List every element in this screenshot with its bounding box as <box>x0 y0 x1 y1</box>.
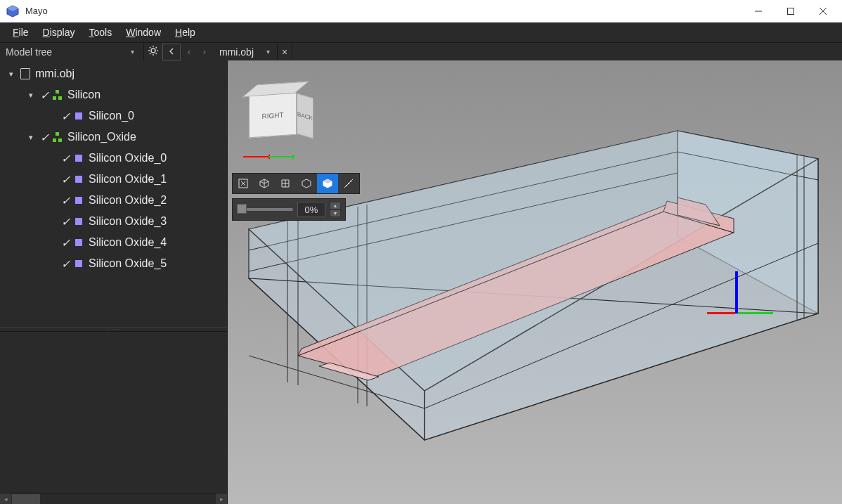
tree-label: Silicon Oxide_0 <box>86 152 167 164</box>
explode-spinner[interactable]: ▲ ▼ <box>330 202 341 217</box>
check-icon[interactable]: ✓ <box>59 110 72 123</box>
tree-label: mmi.obj <box>32 67 75 80</box>
svg-point-6 <box>151 49 155 53</box>
tree-row-mesh[interactable]: ✓ Silicon Oxide_0 <box>0 148 227 169</box>
explode-slider[interactable] <box>237 208 293 211</box>
check-icon[interactable]: ✓ <box>59 173 72 186</box>
properties-panel <box>0 331 227 493</box>
menu-file[interactable]: File <box>6 24 36 41</box>
file-icon <box>18 68 32 79</box>
document-tab-host: ‹ › mmi.obj ▾ × <box>181 43 842 60</box>
check-icon[interactable]: ✓ <box>59 152 72 165</box>
horizontal-scrollbar[interactable]: ◂ ▸ <box>0 493 227 504</box>
tree-row-group[interactable]: ▾ ✓ Silicon_Oxide <box>0 127 227 148</box>
mesh-icon <box>72 260 86 267</box>
tree-label: Silicon Oxide_3 <box>86 215 167 228</box>
tree-row-group[interactable]: ▾ ✓ Silicon <box>0 84 227 105</box>
view-toolbar <box>232 173 360 194</box>
expand-icon[interactable]: ▾ <box>4 70 18 79</box>
tree-row-mesh[interactable]: ✓ Silicon Oxide_3 <box>0 211 227 232</box>
navcube-axis-x-icon <box>243 156 268 157</box>
model-tree: ▾ mmi.obj ▾ ✓ Silicon ✓ Silicon_0 ▾ ✓ Si… <box>0 60 227 327</box>
slider-thumb[interactable] <box>237 204 247 214</box>
menu-display[interactable]: Display <box>36 24 82 41</box>
scroll-left-button[interactable]: ◂ <box>0 493 11 505</box>
iso-view-button[interactable] <box>254 174 275 193</box>
check-icon[interactable]: ✓ <box>38 131 51 144</box>
tree-row-mesh[interactable]: ✓ Silicon Oxide_5 <box>0 253 227 274</box>
menu-window[interactable]: Window <box>119 24 168 41</box>
tab-prev-button[interactable]: ‹ <box>181 46 197 57</box>
axis-z-icon <box>735 271 738 314</box>
tree-row-mesh[interactable]: ✓ Silicon Oxide_4 <box>0 232 227 253</box>
wireframe-view-button[interactable] <box>296 174 317 193</box>
mesh-icon <box>72 218 86 225</box>
measure-button[interactable] <box>338 174 359 193</box>
scroll-thumb[interactable] <box>12 494 40 504</box>
document-tab[interactable]: mmi.obj ▾ <box>212 46 277 58</box>
window-minimize-button[interactable] <box>742 0 775 22</box>
explode-slider-panel: 0% ▲ ▼ <box>232 198 346 221</box>
check-icon[interactable]: ✓ <box>59 236 72 250</box>
tree-label: Silicon Oxide_4 <box>86 236 167 249</box>
tree-row-file[interactable]: ▾ mmi.obj <box>0 63 227 84</box>
axis-x-icon <box>707 312 735 314</box>
panel-dropdown-icon[interactable]: ▾ <box>131 48 138 56</box>
svg-rect-3 <box>788 8 794 14</box>
viewport-3d[interactable]: RIGHT BACK 0% ▲ ▼ <box>228 60 842 504</box>
document-tab-label: mmi.obj <box>219 46 254 58</box>
collapse-panel-button[interactable] <box>162 44 181 60</box>
window-close-button[interactable] <box>807 0 839 22</box>
model-tree-title: Model tree <box>6 46 52 58</box>
check-icon[interactable]: ✓ <box>59 215 72 228</box>
sidebar: ▾ mmi.obj ▾ ✓ Silicon ✓ Silicon_0 ▾ ✓ Si… <box>0 60 228 504</box>
group-icon <box>51 90 65 100</box>
mesh-icon <box>72 239 86 246</box>
expand-icon[interactable]: ▾ <box>24 91 38 100</box>
mesh-icon <box>72 155 86 162</box>
window-maximize-button[interactable] <box>775 0 807 22</box>
mesh-icon <box>72 176 86 183</box>
mesh-icon <box>72 112 86 119</box>
tree-label: Silicon Oxide_1 <box>86 173 167 186</box>
spin-up-button[interactable]: ▲ <box>330 202 341 209</box>
tree-label: Silicon Oxide_5 <box>86 257 167 270</box>
settings-button[interactable] <box>144 44 162 60</box>
scroll-right-button[interactable]: ▸ <box>216 493 227 505</box>
tab-dropdown-icon[interactable]: ▾ <box>266 48 270 56</box>
model-render <box>228 60 842 504</box>
navcube-side-face[interactable]: BACK <box>297 93 313 139</box>
shaded-view-button[interactable] <box>317 174 338 193</box>
navigation-cube[interactable]: RIGHT BACK <box>242 80 319 164</box>
model-tree-panel-header: Model tree ▾ <box>0 43 144 60</box>
check-icon[interactable]: ✓ <box>59 194 72 207</box>
app-title: Mayo <box>25 6 742 16</box>
window-titlebar: Mayo <box>0 0 842 22</box>
gear-icon <box>148 45 159 59</box>
check-icon[interactable]: ✓ <box>59 257 72 271</box>
navcube-front-face[interactable]: RIGHT <box>249 93 297 138</box>
navcube-axis-y-icon <box>268 156 294 157</box>
close-icon: × <box>282 46 287 58</box>
tree-row-mesh[interactable]: ✓ Silicon Oxide_2 <box>0 190 227 211</box>
arrow-left-icon <box>167 46 176 58</box>
toolbar-row: Model tree ▾ ‹ › mmi.obj ▾ × <box>0 42 842 60</box>
expand-icon[interactable]: ▾ <box>24 133 38 142</box>
explode-percent-display: 0% <box>297 202 325 217</box>
tree-row-mesh[interactable]: ✓ Silicon Oxide_1 <box>0 169 227 190</box>
fit-view-button[interactable] <box>233 174 254 193</box>
group-icon <box>51 132 65 142</box>
tree-label: Silicon_Oxide <box>65 131 136 143</box>
app-icon <box>6 4 20 18</box>
menu-help[interactable]: Help <box>168 24 202 41</box>
check-icon[interactable]: ✓ <box>38 89 51 102</box>
menu-tools[interactable]: Tools <box>82 24 119 41</box>
mesh-icon <box>72 197 86 204</box>
spin-down-button[interactable]: ▼ <box>330 209 341 217</box>
tab-close-button[interactable]: × <box>277 43 292 60</box>
grid-view-button[interactable] <box>275 174 296 193</box>
tree-label: Silicon_0 <box>86 110 134 122</box>
tree-label: Silicon Oxide_2 <box>86 194 167 207</box>
tree-row-mesh[interactable]: ✓ Silicon_0 <box>0 105 227 127</box>
tab-next-button[interactable]: › <box>197 46 212 57</box>
